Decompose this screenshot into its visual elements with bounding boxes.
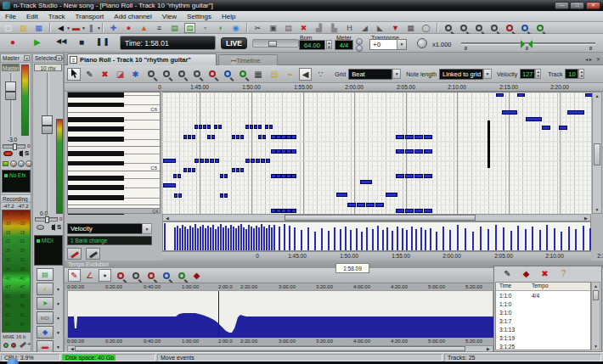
velocity-bar[interactable] bbox=[266, 228, 268, 250]
midi-note[interactable] bbox=[424, 174, 432, 178]
velocity-bar[interactable] bbox=[457, 225, 459, 250]
velocity-bar[interactable] bbox=[258, 227, 260, 250]
velocity-ruler[interactable]: 01:45.001:50.001:55.002:00.002:05.002:10… bbox=[162, 251, 591, 260]
velocity-bar[interactable] bbox=[177, 226, 178, 250]
velocity-bar[interactable] bbox=[345, 227, 347, 250]
velocity-bar[interactable] bbox=[554, 228, 555, 250]
midi-note[interactable] bbox=[236, 135, 240, 139]
track-tool-6[interactable]: ▬ bbox=[37, 340, 54, 353]
keys-toggle[interactable]: ▤ bbox=[268, 68, 281, 81]
zoom-sel-icon[interactable] bbox=[206, 68, 218, 81]
midi-note[interactable] bbox=[405, 135, 414, 139]
black-key[interactable] bbox=[68, 126, 124, 132]
track-mute-button[interactable] bbox=[37, 225, 44, 230]
meter-mode-icon[interactable] bbox=[3, 161, 8, 166]
velocity-bar[interactable] bbox=[279, 227, 280, 250]
meter-value[interactable]: 4/4 bbox=[335, 40, 353, 50]
loop-icon[interactable]: ◯ bbox=[420, 23, 431, 33]
midi-note[interactable] bbox=[173, 174, 177, 178]
velocity-bar[interactable] bbox=[261, 224, 262, 250]
green-led-icon[interactable] bbox=[3, 343, 8, 348]
metronome-icon[interactable] bbox=[356, 38, 363, 45]
midi-note[interactable] bbox=[188, 168, 191, 172]
draw-tool[interactable]: ✎ bbox=[83, 68, 96, 81]
notes-icon[interactable]: ∵ bbox=[314, 68, 327, 81]
tab-scroll-left-icon[interactable]: ◂ ▸ bbox=[585, 56, 592, 62]
track-value[interactable]: 10 bbox=[565, 69, 578, 79]
zoom-sel-icon[interactable] bbox=[504, 23, 515, 33]
audition-toggle[interactable]: ◀ bbox=[299, 68, 312, 81]
midi-note[interactable] bbox=[194, 159, 199, 163]
black-key[interactable] bbox=[68, 92, 124, 98]
midi-note[interactable] bbox=[232, 135, 235, 139]
velocity-bar[interactable] bbox=[366, 227, 368, 250]
velocity-bar[interactable] bbox=[253, 228, 255, 250]
midi-note[interactable] bbox=[214, 125, 217, 129]
midi-note[interactable] bbox=[200, 159, 204, 163]
midi-note[interactable] bbox=[291, 209, 296, 213]
mixer2-icon[interactable]: ▤ bbox=[184, 23, 195, 33]
punch-icon[interactable]: H bbox=[344, 23, 355, 33]
midi-note[interactable] bbox=[256, 159, 260, 163]
velocity-bar[interactable] bbox=[480, 227, 482, 250]
delete-icon[interactable]: ✖ bbox=[298, 23, 309, 33]
midi-note[interactable] bbox=[245, 125, 249, 129]
track-tool-4[interactable]: MIDI bbox=[37, 311, 54, 324]
midi-note[interactable] bbox=[220, 174, 223, 178]
delete-tempo-icon[interactable]: ✖ bbox=[538, 267, 551, 280]
line-velocity-tool[interactable] bbox=[86, 248, 100, 260]
velocity-bar[interactable] bbox=[307, 227, 309, 250]
velocity-bar[interactable] bbox=[240, 224, 242, 250]
velocity-bar[interactable] bbox=[184, 227, 186, 250]
tab-timeline[interactable]: ↦Timeline bbox=[218, 54, 278, 65]
track-pan-slider[interactable] bbox=[35, 217, 58, 221]
velocity-bar[interactable] bbox=[233, 227, 234, 250]
midi-note[interactable] bbox=[192, 168, 195, 172]
velocity-bar[interactable] bbox=[350, 230, 352, 250]
velocity-bar[interactable] bbox=[235, 228, 237, 250]
velocity-bar[interactable] bbox=[245, 229, 247, 250]
velocity-bar[interactable] bbox=[256, 226, 257, 250]
fade-out-icon[interactable]: ◣ bbox=[375, 23, 386, 33]
record-button[interactable]: ● bbox=[10, 37, 15, 47]
menu-add-channel[interactable]: Add channel bbox=[109, 11, 156, 22]
midi-note[interactable] bbox=[192, 135, 195, 139]
midi-note[interactable] bbox=[375, 203, 384, 207]
bpm-spinner[interactable]: ▲▼ bbox=[326, 40, 332, 49]
hand-icon[interactable]: ◗ bbox=[215, 23, 226, 33]
settings-wrench-icon[interactable] bbox=[20, 342, 26, 348]
velocity-bar[interactable] bbox=[372, 229, 374, 250]
midi-note[interactable] bbox=[405, 209, 414, 213]
note-length-select[interactable]: Linked to grid▼ bbox=[439, 69, 483, 80]
live-button[interactable]: LIVE bbox=[221, 37, 247, 49]
track-tool-3[interactable]: ➤ bbox=[37, 297, 54, 310]
midi-note[interactable] bbox=[262, 135, 266, 139]
velocity-bar[interactable] bbox=[386, 227, 388, 250]
piano-keyboard[interactable]: C6C5 bbox=[67, 92, 161, 214]
menu-edit[interactable]: Edit bbox=[21, 11, 43, 22]
velocity-bar[interactable] bbox=[200, 227, 201, 250]
midi-note[interactable] bbox=[360, 180, 372, 184]
midi-note[interactable] bbox=[424, 209, 432, 213]
chevron-down-icon[interactable]: ▼ bbox=[56, 301, 60, 306]
maximize-button[interactable]: □ bbox=[570, 2, 584, 9]
master-mute-button[interactable] bbox=[3, 151, 13, 156]
paste-icon[interactable]: ▤ bbox=[283, 23, 294, 33]
transpose-select[interactable]: +0▼ bbox=[369, 39, 407, 50]
track-fader[interactable] bbox=[42, 115, 53, 134]
zoom-h-icon[interactable]: ↔ bbox=[473, 23, 484, 33]
velocity-bar[interactable] bbox=[472, 232, 474, 250]
velocity-bar[interactable] bbox=[273, 225, 275, 250]
zoom-prev-icon[interactable] bbox=[534, 23, 545, 33]
velocity-bar[interactable] bbox=[301, 230, 302, 250]
midi-note[interactable] bbox=[240, 135, 244, 139]
midi-note[interactable] bbox=[163, 159, 176, 163]
close-button[interactable]: ✕ bbox=[586, 2, 600, 9]
velocity-bar[interactable] bbox=[220, 224, 222, 250]
midi-note[interactable] bbox=[207, 135, 211, 139]
time-ruler[interactable]: 01:45.001:50.001:55.002:00.002:05.002:10… bbox=[65, 83, 603, 92]
tempo-ruler-top[interactable]: 0:00.000:20.000:40.001:00.002:00.02:20.0… bbox=[65, 283, 493, 290]
midi-note[interactable] bbox=[210, 159, 214, 163]
save-icon[interactable]: ▦ bbox=[33, 23, 44, 33]
velocity-spinner[interactable]: ▲▼ bbox=[535, 69, 541, 79]
